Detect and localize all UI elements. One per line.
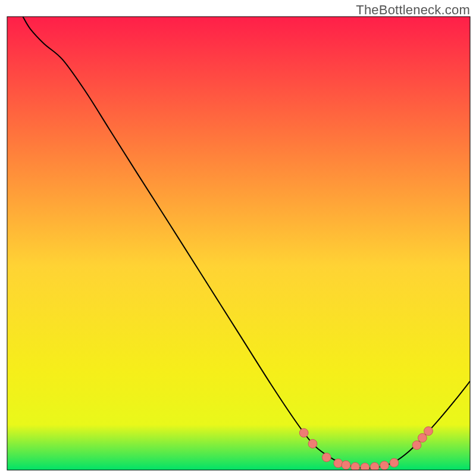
threshold-marker bbox=[424, 427, 433, 436]
threshold-marker bbox=[334, 459, 343, 468]
threshold-marker bbox=[308, 439, 317, 448]
threshold-marker bbox=[390, 458, 399, 467]
threshold-marker bbox=[380, 461, 389, 470]
threshold-marker bbox=[418, 434, 427, 443]
plot-background bbox=[7, 17, 470, 470]
threshold-marker bbox=[299, 428, 308, 437]
chart-root: TheBottleneck.com bbox=[0, 0, 476, 476]
threshold-marker bbox=[361, 463, 369, 472]
watermark-label: TheBottleneck.com bbox=[356, 2, 470, 18]
threshold-marker bbox=[412, 441, 421, 450]
chart-canvas bbox=[0, 0, 476, 476]
threshold-marker bbox=[322, 453, 331, 462]
threshold-marker bbox=[342, 461, 350, 469]
